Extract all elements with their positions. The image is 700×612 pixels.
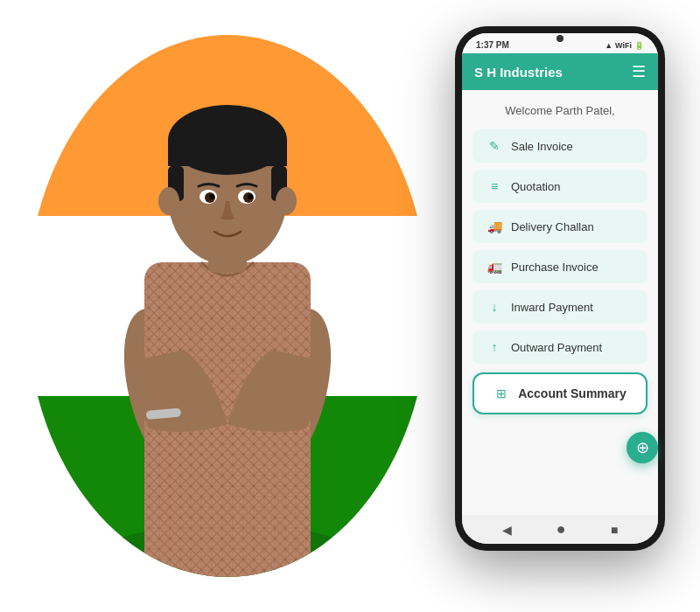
menu-item-delivery-challan[interactable]: 🚚 Delivery Challan: [472, 210, 648, 243]
status-icons: ▲ WiFi 🔋: [605, 41, 644, 50]
purchase-invoice-icon: 🚛: [486, 260, 502, 274]
outward-payment-icon: ↑: [486, 340, 502, 354]
menu-item-purchase-invoice[interactable]: 🚛 Purchase Invoice: [472, 250, 648, 283]
phone-screen: 1:37 PM ▲ WiFi 🔋 S H Industries ☰ Welcom…: [462, 33, 658, 544]
camera-notch: [556, 35, 564, 42]
nav-recent-icon[interactable]: ■: [611, 523, 618, 537]
wifi-icon: WiFi: [615, 41, 632, 50]
signal-icon: ▲: [605, 41, 612, 50]
sale-invoice-label: Sale Invoice: [511, 140, 573, 153]
svg-point-18: [158, 187, 179, 215]
status-time: 1:37 PM: [476, 40, 509, 50]
delivery-challan-icon: 🚚: [486, 219, 502, 233]
person-area: [26, 35, 429, 577]
help-button[interactable]: ⊕: [626, 432, 658, 463]
help-icon: ⊕: [636, 438, 649, 457]
quotation-icon: ≡: [486, 179, 502, 193]
quotation-label: Quotation: [511, 180, 560, 193]
svg-point-19: [276, 187, 297, 215]
person-svg: [70, 61, 385, 577]
phone-bottom-nav: ◀ ● ■: [462, 515, 658, 544]
app-title: S H Industries: [474, 65, 563, 80]
menu-item-quotation[interactable]: ≡ Quotation: [472, 170, 648, 203]
delivery-challan-label: Delivery Challan: [511, 220, 594, 233]
account-summary-icon: ⊞: [494, 386, 509, 400]
nav-back-icon[interactable]: ◀: [502, 523, 512, 537]
inward-payment-icon: ↓: [486, 300, 502, 314]
menu-item-outward-payment[interactable]: ↑ Outward Payment: [472, 330, 648, 364]
app-header: S H Industries ☰: [462, 53, 658, 90]
sale-invoice-icon: ✎: [486, 139, 502, 153]
inward-payment-label: Inward Payment: [511, 301, 593, 314]
purchase-invoice-label: Purchase Invoice: [511, 261, 598, 274]
battery-icon: 🔋: [634, 41, 644, 50]
nav-home-icon[interactable]: ●: [556, 520, 566, 539]
svg-point-17: [248, 194, 253, 199]
phone-wrapper: 1:37 PM ▲ WiFi 🔋 S H Industries ☰ Welcom…: [446, 26, 674, 568]
svg-rect-9: [168, 140, 287, 166]
welcome-message: Welcome Parth Patel,: [472, 104, 648, 117]
menu-item-sale-invoice[interactable]: ✎ Sale Invoice: [472, 129, 648, 163]
account-summary-button[interactable]: ⊞ Account Summary: [472, 372, 648, 414]
phone-device: 1:37 PM ▲ WiFi 🔋 S H Industries ☰ Welcom…: [455, 26, 665, 551]
circle-background: [26, 35, 429, 577]
svg-point-16: [209, 194, 214, 199]
menu-item-inward-payment[interactable]: ↓ Inward Payment: [472, 290, 648, 323]
scene: 1:37 PM ▲ WiFi 🔋 S H Industries ☰ Welcom…: [0, 0, 700, 612]
outward-payment-label: Outward Payment: [511, 341, 602, 354]
hamburger-menu-icon[interactable]: ☰: [632, 62, 646, 81]
account-summary-label: Account Summary: [518, 386, 626, 400]
